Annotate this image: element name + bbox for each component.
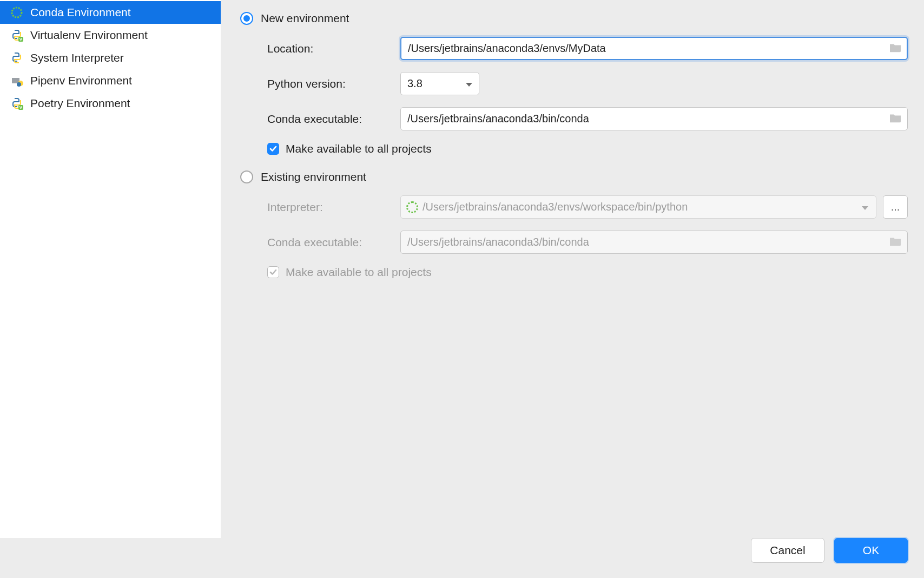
ok-button[interactable]: OK [834, 538, 908, 563]
radio-label: Existing environment [261, 170, 366, 183]
svg-point-0 [12, 8, 22, 17]
row-existing-conda-exe: Conda executable: [267, 231, 908, 254]
radio-label: New environment [261, 12, 349, 25]
browse-folder-icon[interactable] [889, 113, 901, 125]
interpreter-select[interactable]: /Users/jetbrains/anaconda3/envs/workspac… [400, 195, 876, 219]
conda-exe-label: Conda executable: [267, 113, 400, 126]
dialog-content: Conda Environment V Virtualenv Environme… [0, 0, 924, 538]
sidebar-item-label: Poetry Environment [30, 97, 130, 110]
conda-exe-input-wrap [400, 107, 908, 130]
location-input-wrap [400, 37, 908, 60]
existing-conda-exe-wrap [400, 231, 908, 254]
python-icon [10, 51, 24, 65]
python-v-icon: V [10, 96, 24, 110]
svg-text:V: V [19, 37, 23, 42]
conda-exe-label: Conda executable: [267, 236, 400, 249]
pipenv-icon [10, 74, 24, 88]
radio-new-environment[interactable]: New environment [240, 12, 908, 25]
dialog-footer: Cancel OK [0, 538, 924, 578]
sidebar-item-pipenv[interactable]: Pipenv Environment [0, 69, 221, 92]
interpreter-browse-button[interactable]: ... [883, 195, 908, 219]
select-value: 3.8 [407, 77, 423, 90]
radio-existing-environment[interactable]: Existing environment [240, 170, 908, 183]
conda-exe-input[interactable] [400, 107, 908, 130]
svg-text:V: V [19, 105, 23, 110]
row-location: Location: [267, 37, 908, 60]
row-conda-exe: Conda executable: [267, 107, 908, 130]
make-available-label: Make available to all projects [286, 266, 432, 279]
row-interpreter: Interpreter: /Users/jetbrains/anaconda3/… [267, 195, 908, 219]
main-panel: New environment Location: Python version… [221, 0, 924, 538]
button-label: Cancel [770, 544, 805, 557]
python-version-select[interactable]: 3.8 [400, 72, 479, 95]
interpreter-value: /Users/jetbrains/anaconda3/envs/workspac… [423, 201, 688, 213]
sidebar-item-label: System Interpreter [30, 51, 124, 64]
conda-icon [10, 5, 24, 19]
radio-checked-icon [240, 12, 253, 25]
python-version-label: Python version: [267, 77, 400, 90]
sidebar-item-label: Conda Environment [30, 6, 131, 19]
add-interpreter-dialog: Conda Environment V Virtualenv Environme… [0, 0, 924, 578]
make-available-label: Make available to all projects [286, 142, 432, 155]
interpreter-type-sidebar: Conda Environment V Virtualenv Environme… [0, 0, 221, 538]
existing-conda-exe-input[interactable] [400, 231, 908, 254]
checkbox-checked-icon [267, 143, 279, 155]
new-environment-section: Location: Python version: 3.8 Co [240, 37, 908, 155]
radio-unchecked-icon [240, 170, 253, 183]
sidebar-item-virtualenv[interactable]: V Virtualenv Environment [0, 24, 221, 47]
row-make-available[interactable]: Make available to all projects [267, 142, 908, 155]
location-input[interactable] [400, 37, 908, 60]
ellipsis-icon: ... [891, 201, 900, 213]
interpreter-controls: /Users/jetbrains/anaconda3/envs/workspac… [400, 195, 908, 219]
python-v-icon: V [10, 28, 24, 42]
cancel-button[interactable]: Cancel [751, 538, 824, 563]
row-python-version: Python version: 3.8 [267, 72, 908, 95]
loading-spinner-icon [406, 201, 418, 213]
sidebar-item-conda[interactable]: Conda Environment [0, 1, 221, 24]
location-label: Location: [267, 42, 400, 55]
checkbox-disabled-checked-icon [267, 266, 279, 278]
sidebar-item-poetry[interactable]: V Poetry Environment [0, 92, 221, 115]
interpreter-label: Interpreter: [267, 201, 400, 214]
button-label: OK [863, 544, 879, 557]
existing-environment-section: Interpreter: /Users/jetbrains/anaconda3/… [240, 195, 908, 279]
sidebar-item-label: Pipenv Environment [30, 74, 132, 87]
svg-point-4 [17, 82, 21, 87]
browse-folder-icon[interactable] [889, 236, 901, 248]
row-make-available-existing[interactable]: Make available to all projects [267, 266, 908, 279]
browse-folder-icon[interactable] [889, 42, 901, 55]
sidebar-item-label: Virtualenv Environment [30, 29, 148, 42]
sidebar-item-system[interactable]: System Interpreter [0, 47, 221, 69]
